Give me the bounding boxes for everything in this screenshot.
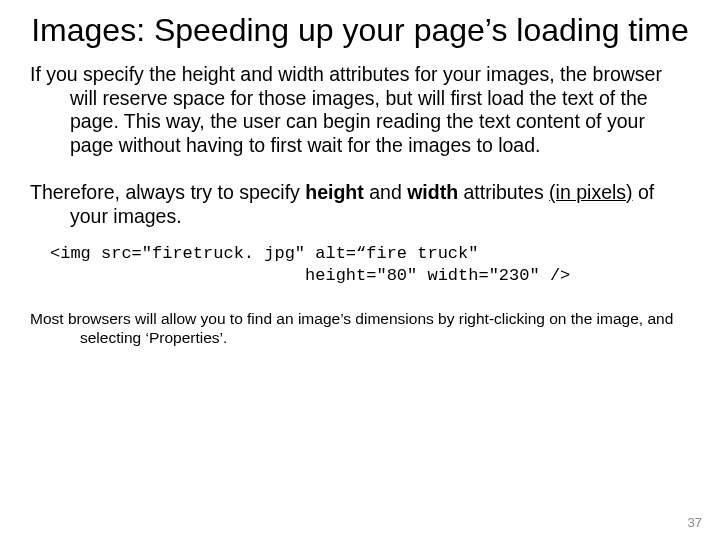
code-line: <img src="firetruck. jpg" alt=“fire truc… xyxy=(50,244,478,263)
text-segment: attributes xyxy=(458,181,549,203)
bold-width: width xyxy=(407,181,458,203)
code-line: height="80" width="230" /> xyxy=(50,266,570,285)
bold-height: height xyxy=(305,181,364,203)
slide-title: Images: Speeding up your page’s loading … xyxy=(30,12,690,49)
paragraph-explanation: If you specify the height and width attr… xyxy=(30,63,690,158)
paragraph-recommendation: Therefore, always try to specify height … xyxy=(30,180,690,229)
text-segment: Therefore, always try to specify xyxy=(30,181,305,203)
slide-container: Images: Speeding up your page’s loading … xyxy=(0,0,720,540)
text-segment: and xyxy=(364,181,407,203)
underline-pixels: (in pixels) xyxy=(549,181,632,203)
paragraph-note: Most browsers will allow you to find an … xyxy=(30,309,690,348)
page-number: 37 xyxy=(688,515,702,530)
code-example: <img src="firetruck. jpg" alt=“fire truc… xyxy=(50,243,690,287)
